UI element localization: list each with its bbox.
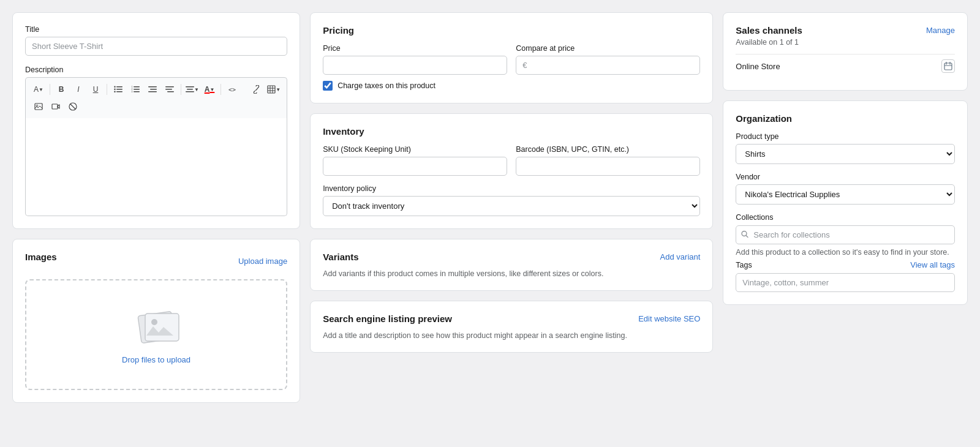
collections-label: Collections — [736, 213, 955, 222]
add-variant-link[interactable]: Add variant — [660, 252, 701, 261]
svg-rect-12 — [148, 86, 157, 88]
sales-channels-header: Sales channels Manage — [736, 25, 955, 36]
drop-zone-text: Drop files to upload — [122, 355, 190, 364]
image-insert-btn[interactable] — [31, 99, 47, 115]
italic-btn[interactable]: I — [70, 81, 86, 97]
svg-rect-14 — [148, 91, 157, 92]
svg-rect-26 — [35, 103, 42, 110]
images-header: Images Upload image — [25, 252, 287, 271]
seo-header: Search engine listing preview Edit websi… — [323, 314, 700, 324]
tags-label: Tags — [736, 261, 752, 269]
images-title: Images — [25, 252, 57, 262]
sales-channels-title: Sales channels — [736, 25, 802, 36]
edit-seo-link[interactable]: Edit website SEO — [638, 314, 700, 323]
toolbar-divider-4 — [221, 84, 221, 95]
svg-rect-13 — [150, 89, 157, 90]
svg-rect-18 — [186, 86, 194, 88]
svg-point-27 — [36, 105, 37, 106]
title-input[interactable] — [25, 37, 287, 56]
vendor-label: Vendor — [736, 173, 955, 181]
tax-label: Charge taxes on this product — [337, 81, 435, 90]
svg-rect-15 — [165, 86, 174, 88]
text-color-btn[interactable]: A▼ — [202, 81, 217, 97]
align-btn[interactable]: ▼ — [184, 81, 200, 97]
bold-btn[interactable]: B — [53, 81, 69, 97]
svg-rect-16 — [165, 89, 172, 90]
svg-point-3 — [114, 86, 115, 88]
variants-title: Variants — [323, 252, 358, 262]
code-view-btn[interactable]: <> — [224, 81, 240, 97]
seo-helper: Add a title and description to see how t… — [323, 331, 700, 340]
svg-rect-8 — [134, 91, 140, 92]
inventory-policy-label: Inventory policy — [323, 184, 700, 193]
compare-price-label: Compare at price — [516, 44, 700, 53]
svg-rect-32 — [145, 314, 179, 341]
price-input[interactable]: € 0,00 — [323, 56, 507, 75]
svg-rect-17 — [167, 91, 174, 92]
underline-btn[interactable]: U — [88, 81, 104, 97]
indent-left-btn[interactable] — [145, 81, 160, 97]
calendar-icon[interactable] — [941, 59, 955, 73]
online-store-label: Online Store — [736, 62, 780, 71]
svg-point-4 — [114, 89, 115, 90]
manage-link[interactable]: Manage — [926, 26, 955, 35]
list-ol-btn[interactable]: 123 — [127, 81, 143, 97]
variants-header: Variants Add variant — [323, 252, 700, 262]
svg-rect-6 — [134, 86, 140, 88]
description-editor[interactable] — [25, 118, 287, 216]
link-btn[interactable] — [249, 81, 265, 97]
toolbar-divider-3 — [181, 84, 181, 95]
drop-zone[interactable]: Drop files to upload — [25, 279, 287, 390]
svg-point-33 — [151, 319, 157, 325]
video-insert-btn[interactable] — [48, 99, 64, 115]
tags-header: Tags View all tags — [736, 260, 955, 269]
svg-rect-19 — [187, 89, 193, 90]
seo-title: Search engine listing preview — [323, 314, 452, 324]
description-label: Description — [25, 66, 287, 74]
svg-rect-34 — [944, 63, 952, 70]
product-type-select[interactable]: Shirts — [736, 144, 955, 164]
sku-label: SKU (Stock Keeping Unit) — [323, 145, 507, 154]
font-size-btn[interactable]: A▼ — [31, 81, 47, 97]
list-ul-btn[interactable] — [110, 81, 126, 97]
inventory-policy-select[interactable]: Don't track inventory Shopify tracks thi… — [323, 196, 700, 216]
svg-rect-1 — [116, 89, 123, 90]
price-label: Price — [323, 44, 507, 53]
svg-rect-2 — [116, 91, 123, 92]
organization-title: Organization — [736, 113, 955, 124]
product-type-label: Product type — [736, 132, 955, 141]
sku-input[interactable] — [323, 157, 507, 176]
vendor-select[interactable]: Nikola's Electrical Supplies — [736, 184, 955, 205]
svg-line-39 — [747, 235, 748, 237]
tax-checkbox[interactable] — [323, 81, 333, 91]
remove-format-btn[interactable] — [65, 99, 81, 115]
sales-subtitle: Available on 1 of 1 — [736, 38, 955, 47]
upload-image-link[interactable]: Upload image — [238, 257, 287, 266]
svg-rect-0 — [116, 86, 123, 88]
collections-helper: Add this product to a collection so it's… — [736, 248, 955, 257]
toolbar-divider-1 — [50, 84, 50, 95]
table-btn[interactable]: ▼ — [266, 81, 282, 97]
inventory-title: Inventory — [323, 126, 700, 137]
toolbar-divider-2 — [107, 84, 107, 95]
barcode-input[interactable] — [516, 157, 700, 176]
variants-helper: Add variants if this product comes in mu… — [323, 269, 700, 278]
indent-right-btn[interactable] — [162, 81, 178, 97]
drop-zone-icon — [132, 305, 181, 348]
svg-rect-20 — [186, 91, 194, 92]
compare-price-input[interactable] — [516, 56, 700, 75]
svg-rect-7 — [134, 89, 140, 90]
svg-rect-21 — [268, 86, 275, 93]
collections-search-icon — [741, 230, 748, 239]
svg-rect-28 — [52, 104, 58, 109]
svg-line-30 — [70, 104, 75, 109]
title-label: Title — [25, 25, 287, 34]
collections-search-input[interactable] — [736, 225, 955, 244]
svg-point-5 — [114, 91, 115, 92]
barcode-label: Barcode (ISBN, UPC, GTIN, etc.) — [516, 145, 700, 154]
tags-input[interactable] — [736, 273, 955, 292]
online-store-row: Online Store — [736, 54, 955, 78]
collections-search-wrap — [736, 225, 955, 244]
view-all-tags-link[interactable]: View all tags — [910, 260, 955, 269]
editor-toolbar: A▼ B I U 123 — [25, 77, 287, 118]
